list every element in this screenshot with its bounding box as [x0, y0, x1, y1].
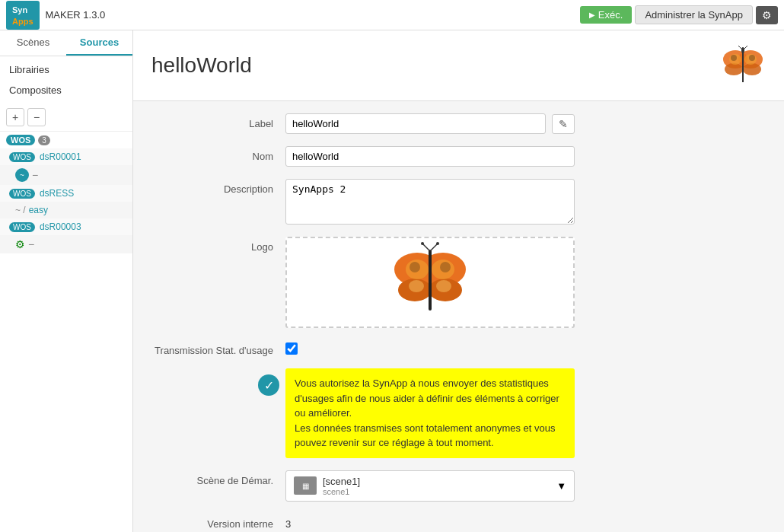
gear-button[interactable]: ⚙: [756, 6, 778, 24]
description-textarea[interactable]: SynApps 2: [285, 179, 575, 225]
svg-rect-22: [429, 250, 432, 311]
svg-point-21: [440, 262, 451, 272]
version-row: Version interne 3: [151, 514, 766, 530]
svg-point-11: [749, 55, 755, 61]
nom-row: Nom: [151, 146, 766, 167]
sidebar-item-composites[interactable]: Composites: [0, 80, 132, 100]
exec-button[interactable]: Exéc.: [580, 6, 633, 24]
info-box: ✓ Vous autorisez la SynApp à nous envoye…: [285, 368, 575, 458]
svg-point-20: [410, 262, 420, 272]
description-row: Description SynApps 2: [151, 179, 766, 225]
maker-version: MAKER 1.3.0: [46, 9, 106, 21]
wos-badge-small-3: WOS: [9, 222, 35, 232]
wos-item-dsr00003[interactable]: WOS dsR00003: [0, 218, 132, 235]
scene-names: [scene1] scene1: [323, 476, 360, 496]
add-button[interactable]: +: [6, 108, 24, 126]
svg-line-24: [430, 244, 438, 251]
label-input[interactable]: [285, 113, 546, 134]
sidebar-item-librairies[interactable]: Librairies: [0, 59, 132, 80]
wos-sub-item-1: ~ −: [0, 165, 132, 185]
logo-label: Logo: [151, 237, 273, 253]
edit-icon: ✎: [559, 118, 568, 130]
wos-item-dsress[interactable]: WOS dsRESS: [0, 185, 132, 202]
label-group: ✎: [285, 113, 575, 134]
scene-select-inner[interactable]: ▦ [scene1] scene1 ▼: [288, 473, 572, 499]
scene-select[interactable]: ▦ [scene1] scene1 ▼: [285, 470, 575, 502]
sidebar-tabs: Scènes Sources: [0, 30, 132, 56]
nom-label: Nom: [151, 146, 273, 162]
wos-count: 3: [38, 135, 50, 145]
tab-scenes[interactable]: Scènes: [0, 30, 66, 56]
svg-point-3: [743, 63, 761, 75]
info-placeholder-label: [151, 368, 273, 373]
transmission-checkbox[interactable]: [285, 342, 298, 355]
logo-syn: Syn Apps: [12, 4, 33, 27]
info-text: Vous autorisez la SynApp à nous envoyer …: [285, 368, 575, 458]
svg-point-2: [725, 63, 743, 75]
wos-badge: WOS: [6, 135, 35, 145]
wos-item-dsr00001[interactable]: WOS dsR00001: [0, 148, 132, 165]
sidebar-actions: + −: [0, 104, 132, 132]
tab-sources[interactable]: Sources: [66, 30, 132, 56]
edit-label-button[interactable]: ✎: [552, 114, 575, 134]
transmission-row: Transmission Stat. d'usage: [151, 340, 766, 356]
topbar: Syn Apps MAKER 1.3.0 Exéc. Administrer l…: [0, 0, 784, 30]
wos-sub-item-3: ⚙ −: [0, 235, 132, 253]
main-content: helloWorld Label: [133, 30, 784, 532]
wos-sub-item-2: ~ / easy: [0, 202, 132, 218]
svg-point-26: [436, 242, 439, 245]
gear-green-icon: ⚙: [15, 238, 25, 250]
teal-circle-icon: ~: [15, 168, 29, 182]
wos-badge-small-2: WOS: [9, 189, 35, 199]
easy-label: easy: [29, 205, 48, 215]
chevron-down-icon: ▼: [556, 480, 566, 492]
scene-icon: ▦: [294, 476, 317, 495]
version-label: Version interne: [151, 514, 273, 530]
svg-point-25: [421, 242, 424, 245]
logo-upload-area[interactable]: [285, 237, 575, 328]
transmission-label: Transmission Stat. d'usage: [151, 340, 273, 356]
sidebar: Scènes Sources Librairies Composites + −: [0, 30, 133, 532]
description-label: Description: [151, 179, 273, 195]
scene-row: Scène de Démar. ▦ [scene1] scene1: [151, 470, 766, 502]
check-icon: ✓: [258, 374, 279, 396]
scene-select-left: ▦ [scene1] scene1: [294, 476, 360, 496]
svg-point-10: [731, 55, 737, 61]
remove-button[interactable]: −: [27, 108, 46, 126]
wos-header[interactable]: WOS 3: [0, 132, 132, 148]
dash-icon: −: [32, 169, 38, 181]
page-title: helloWorld: [151, 53, 252, 78]
main-header: helloWorld: [133, 30, 784, 101]
svg-point-19: [436, 280, 451, 292]
form-area: Label ✎ Nom Description SynApps 2: [133, 113, 784, 532]
svg-line-23: [422, 244, 430, 251]
butterfly-logo: [388, 241, 472, 324]
slash-icon: ~ /: [15, 205, 26, 215]
gear-icon: ⚙: [762, 9, 772, 21]
wos-badge-small: WOS: [9, 152, 35, 162]
version-value: 3: [285, 514, 291, 530]
logo-row: Logo: [151, 237, 766, 328]
svg-point-18: [409, 280, 424, 292]
sidebar-nav: Librairies Composites: [0, 56, 132, 104]
nom-input[interactable]: [285, 146, 575, 167]
info-row: ✓ Vous autorisez la SynApp à nous envoye…: [151, 368, 766, 458]
admin-button[interactable]: Administrer la SynApp: [635, 5, 753, 24]
label-row: Label ✎: [151, 113, 766, 134]
label-field-label: Label: [151, 113, 273, 129]
butterfly-thumbnail: [720, 43, 766, 88]
logo: Syn Apps: [6, 1, 40, 30]
dash-icon-2: −: [28, 238, 34, 250]
layout: Scènes Sources Librairies Composites + −: [0, 30, 784, 532]
scene-label: Scène de Démar.: [151, 470, 273, 486]
wos-group: WOS 3 WOS dsR00001 ~ − WOS dsRESS ~ / ea…: [0, 132, 132, 253]
